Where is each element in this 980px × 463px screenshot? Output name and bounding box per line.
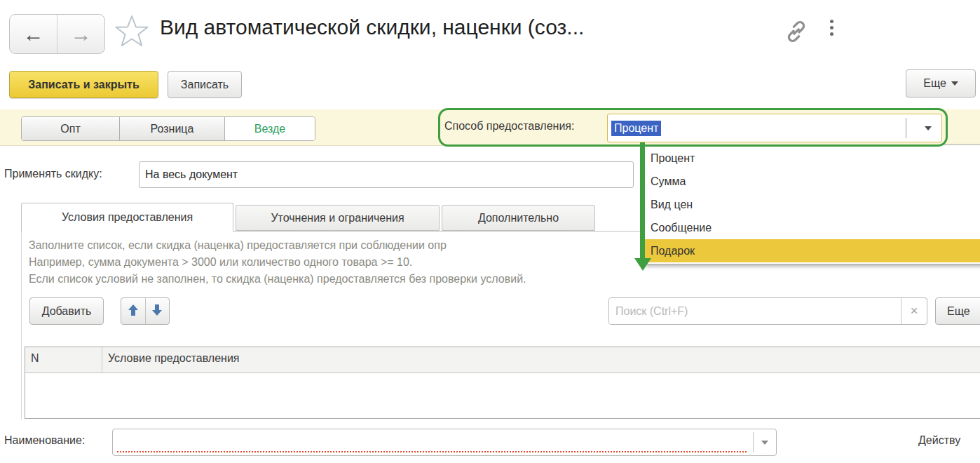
required-field-underline bbox=[117, 451, 747, 452]
method-selected-value: Процент bbox=[611, 121, 661, 136]
favorite-star-icon[interactable] bbox=[114, 14, 149, 51]
back-icon[interactable]: ← bbox=[10, 15, 57, 53]
more-button-label: Еще bbox=[923, 77, 946, 90]
dropdown-item[interactable]: Сообщение bbox=[644, 216, 980, 239]
forward-icon[interactable]: → bbox=[57, 15, 104, 53]
more-button-list[interactable]: Еще bbox=[935, 297, 980, 325]
method-label: Способ предоставления: bbox=[444, 120, 574, 133]
nav-history-group: ← → bbox=[9, 14, 105, 54]
segment-opt[interactable]: Опт bbox=[22, 117, 120, 140]
search-control: × bbox=[608, 297, 927, 325]
method-dropdown-list: Процент Сумма Вид цен Сообщение Подарок bbox=[644, 145, 980, 264]
reorder-buttons bbox=[121, 297, 170, 325]
more-menu-icon[interactable] bbox=[830, 20, 833, 36]
name-label: Наименование: bbox=[4, 434, 85, 447]
hint-line: Если список условий не заполнен, то скид… bbox=[29, 271, 526, 288]
apply-discount-field[interactable]: На весь документ bbox=[139, 161, 634, 188]
save-and-close-button[interactable]: Записать и закрыть bbox=[9, 71, 158, 98]
annotation-arrow-head-icon bbox=[634, 258, 651, 271]
combo-divider bbox=[906, 118, 906, 138]
tab-conditions[interactable]: Условия предоставления bbox=[21, 203, 233, 232]
combo-divider bbox=[753, 432, 754, 452]
dropdown-item-highlighted[interactable]: Подарок bbox=[644, 239, 980, 262]
annotation-arrow-shaft bbox=[640, 142, 645, 259]
acts-label: Действу bbox=[918, 434, 960, 447]
arrow-up-icon bbox=[128, 304, 139, 319]
dropdown-item[interactable]: Процент bbox=[644, 147, 980, 170]
column-header-condition[interactable]: Условие предоставления bbox=[102, 347, 980, 373]
hint-line: Заполните список, если скидка (наценка) … bbox=[29, 237, 526, 254]
combo-dropdown-icon[interactable] bbox=[761, 441, 768, 445]
move-down-button[interactable] bbox=[146, 298, 170, 324]
hint-line: Например, сумма документа > 3000 или кол… bbox=[29, 254, 526, 271]
more-button-top[interactable]: Еще bbox=[906, 69, 976, 98]
save-button[interactable]: Записать bbox=[168, 71, 242, 98]
form-window: ← → Вид автоматической скидки, наценки (… bbox=[0, 0, 980, 463]
dropdown-item[interactable]: Вид цен bbox=[644, 193, 980, 216]
column-header-n[interactable]: N bbox=[25, 347, 102, 373]
name-combobox bbox=[112, 429, 777, 456]
tab-panel-left-border bbox=[21, 232, 22, 420]
segment-roznitsa[interactable]: Розница bbox=[120, 117, 225, 140]
arrow-down-icon bbox=[151, 304, 163, 319]
page-title: Вид автоматической скидки, наценки (соз.… bbox=[160, 15, 584, 39]
chevron-down-icon bbox=[951, 81, 958, 86]
search-input[interactable] bbox=[609, 298, 901, 324]
tab-refinements[interactable]: Уточнения и ограничения bbox=[236, 205, 440, 231]
search-clear-icon[interactable]: × bbox=[901, 298, 927, 324]
method-combobox[interactable]: Процент bbox=[607, 114, 942, 142]
move-up-button[interactable] bbox=[121, 298, 146, 324]
segment-vezde[interactable]: Везде bbox=[225, 117, 315, 140]
scope-segmented-control: Опт Розница Везде bbox=[21, 116, 315, 141]
table-header-row: N Условие предоставления bbox=[25, 347, 980, 373]
tab-additional[interactable]: Дополнительно bbox=[442, 205, 595, 231]
dropdown-item[interactable]: Сумма bbox=[644, 170, 980, 193]
conditions-hint-text: Заполните список, если скидка (наценка) … bbox=[29, 237, 526, 288]
link-icon[interactable] bbox=[782, 18, 810, 48]
add-button[interactable]: Добавить bbox=[29, 297, 104, 325]
apply-discount-label: Применять скидку: bbox=[4, 168, 102, 180]
conditions-table[interactable]: N Условие предоставления bbox=[25, 347, 980, 419]
combo-dropdown-icon[interactable] bbox=[925, 126, 932, 130]
